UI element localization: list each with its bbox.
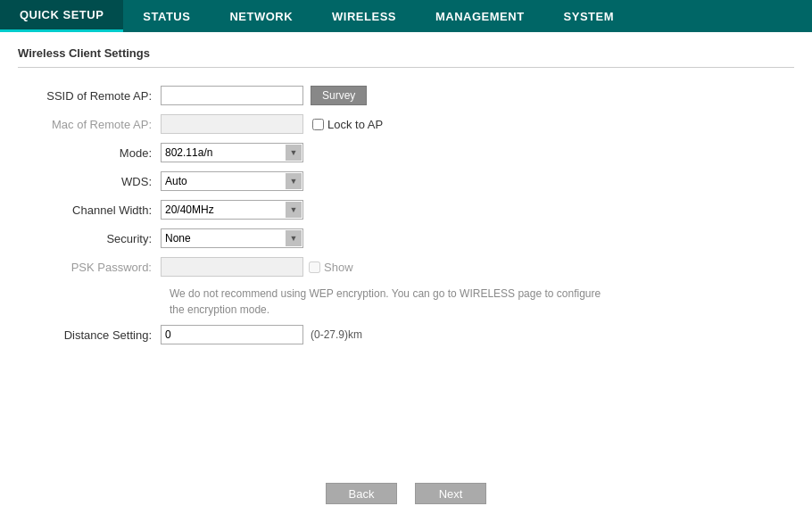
distance-hint: (0-27.9)km [311, 328, 362, 341]
nav-network[interactable]: NETWORK [210, 0, 312, 32]
distance-label: Distance Setting: [18, 328, 161, 342]
channel-width-row: Channel Width: 20/40MHz 20MHz 40MHz ▼ [18, 200, 794, 220]
mac-label: Mac of Remote AP: [18, 118, 161, 131]
main-content: Wireless Client Settings SSID of Remote … [0, 32, 812, 368]
distance-input[interactable] [161, 325, 303, 344]
show-password-checkbox[interactable] [309, 261, 320, 273]
mac-input[interactable] [161, 114, 303, 134]
show-wrap: Show [309, 261, 353, 274]
mode-select-wrap: 802.11a/n 802.11a 802.11n ▼ [161, 143, 303, 162]
survey-button[interactable]: Survey [311, 86, 367, 105]
channel-width-select[interactable]: 20/40MHz 20MHz 40MHz [161, 200, 303, 220]
distance-wrap: (0-27.9)km [161, 325, 362, 344]
back-button[interactable]: Back [326, 483, 397, 504]
nav-status[interactable]: STATUS [123, 0, 210, 32]
navbar: QUICK SETUP STATUS NETWORK WIRELESS MANA… [0, 0, 812, 32]
button-row: Back Next [0, 483, 812, 504]
security-select[interactable]: None WEP WPA-PSK WPA2-PSK [161, 228, 303, 248]
security-row: Security: None WEP WPA-PSK WPA2-PSK ▼ [18, 228, 794, 248]
wds-label: WDS: [18, 175, 161, 188]
nav-wireless[interactable]: WIRELESS [312, 0, 416, 32]
wds-select[interactable]: Auto Enable Disable [161, 171, 303, 191]
psk-input[interactable] [161, 257, 303, 277]
lock-ap-checkbox[interactable] [312, 119, 324, 130]
wds-select-wrap: Auto Enable Disable ▼ [161, 171, 303, 191]
distance-row: Distance Setting: (0-27.9)km [18, 325, 794, 344]
info-text: We do not recommend using WEP encryption… [170, 286, 616, 318]
mac-row: Mac of Remote AP: Lock to AP [18, 114, 794, 134]
section-title: Wireless Client Settings [18, 46, 794, 68]
security-select-wrap: None WEP WPA-PSK WPA2-PSK ▼ [161, 228, 303, 248]
nav-quick-setup[interactable]: QUICK SETUP [0, 0, 123, 32]
channel-width-select-wrap: 20/40MHz 20MHz 40MHz ▼ [161, 200, 303, 220]
lock-ap-label: Lock to AP [327, 118, 383, 131]
psk-row: PSK Password: Show [18, 257, 794, 277]
ssid-input[interactable] [161, 86, 303, 105]
wds-row: WDS: Auto Enable Disable ▼ [18, 171, 794, 191]
show-label: Show [324, 261, 353, 274]
lock-ap-wrap: Lock to AP [312, 118, 383, 131]
mode-label: Mode: [18, 146, 161, 160]
psk-wrap: Show [161, 257, 353, 277]
mode-select[interactable]: 802.11a/n 802.11a 802.11n [161, 143, 303, 162]
mode-row: Mode: 802.11a/n 802.11a 802.11n ▼ [18, 143, 794, 162]
nav-management[interactable]: MANAGEMENT [416, 0, 544, 32]
ssid-label: SSID of Remote AP: [18, 89, 161, 103]
ssid-row: SSID of Remote AP: Survey [18, 86, 794, 105]
channel-width-label: Channel Width: [18, 203, 161, 217]
security-label: Security: [18, 232, 161, 245]
next-button[interactable]: Next [415, 483, 486, 504]
nav-system[interactable]: SYSTEM [544, 0, 634, 32]
psk-label: PSK Password: [18, 261, 161, 274]
